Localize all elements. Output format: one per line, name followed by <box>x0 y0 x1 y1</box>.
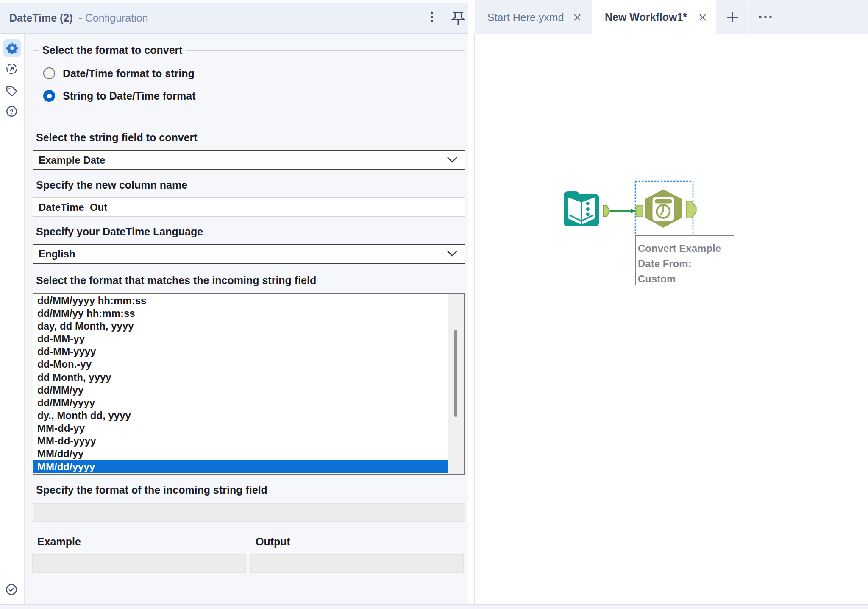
svg-text:Convert Example: Convert Example <box>638 243 721 254</box>
svg-text:Date From:: Date From: <box>638 258 692 269</box>
svg-text:Custom: Custom <box>638 273 676 285</box>
svg-text:?: ? <box>10 108 14 115</box>
